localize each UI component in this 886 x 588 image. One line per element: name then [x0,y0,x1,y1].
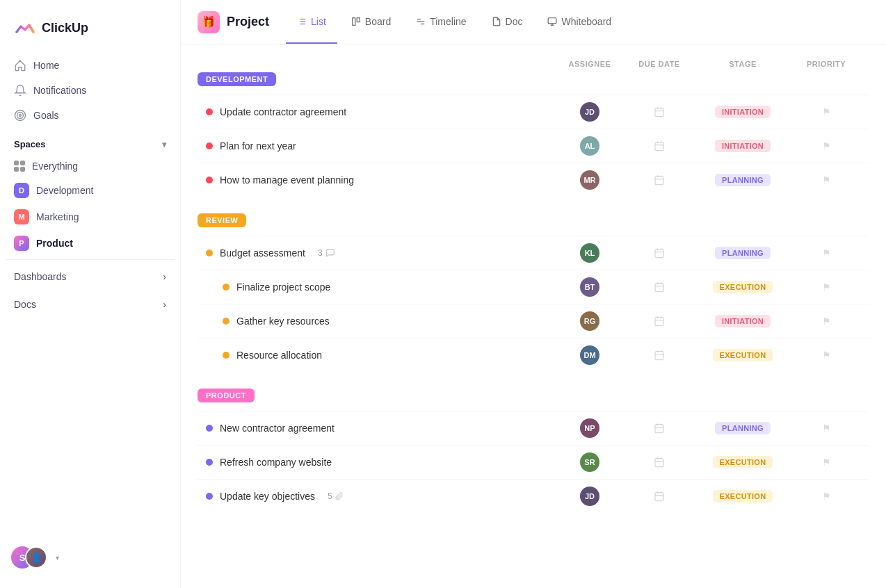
view-tabs: List Board Timeline Doc Whiteboard [286,0,622,44]
task-name: Resource allocation [236,350,322,361]
task-name: Plan for next year [220,140,296,152]
assignee-cell: BT [555,277,625,297]
task-row[interactable]: New contractor agreement NP PLANNING ⚑ [198,411,869,445]
task-name-cell: New contractor agreement [206,423,555,434]
task-dot-icon [206,459,213,466]
due-date-cell [625,316,694,327]
calendar-icon [654,316,665,327]
task-name: Gather key resources [236,316,330,327]
svg-rect-9 [353,17,355,25]
sidebar-item-development[interactable]: D Development [6,177,175,204]
tab-list[interactable]: List [286,0,337,44]
task-count-badge: 3 [318,248,335,258]
avatar: DM [580,345,599,365]
group-review-badge: REVIEW [198,213,246,227]
avatar: KL [580,243,599,263]
sidebar-item-dashboards[interactable]: Dashboards › [0,263,180,291]
home-icon [14,59,26,72]
project-icon: 🎁 [198,11,220,33]
svg-rect-21 [655,142,663,151]
group-review: REVIEW Budget assessment 3 KL PLANN [198,213,869,372]
task-name-cell: Finalize project scope [223,281,555,293]
assignee-cell: MR [555,170,625,190]
sidebar-item-everything[interactable]: Everything [6,155,175,177]
user-photo: 👤 [25,546,47,569]
sidebar-item-product[interactable]: P Product [6,230,175,256]
doc-tab-icon [492,17,501,26]
sidebar-separator [6,259,175,260]
tab-whiteboard[interactable]: Whiteboard [536,0,622,44]
tab-timeline[interactable]: Timeline [405,0,477,44]
flag-icon: ⚑ [822,247,831,259]
task-row[interactable]: How to manage event planning MR PLANNING… [198,163,869,197]
stage-cell: INITIATION [694,140,791,152]
task-name-cell: Resource allocation [223,350,555,361]
task-row[interactable]: Gather key resources RG INITIATION ⚑ [198,304,869,338]
logo-text: ClickUp [42,21,88,35]
project-title-area: 🎁 Project [198,11,269,33]
task-row[interactable]: Finalize project scope BT EXECUTION ⚑ [198,270,869,304]
assignee-cell: SR [555,452,625,472]
task-name: Budget assessment [220,247,305,259]
sidebar: ClickUp Home Notifications Goals Spaces … [0,0,181,588]
avatar: SR [580,452,599,472]
sidebar-item-notifications[interactable]: Notifications [6,78,175,103]
task-row[interactable]: Budget assessment 3 KL PLANNING ⚑ [198,236,869,270]
user-footer[interactable]: S 👤 ▾ [0,538,180,577]
task-name: New contractor agreement [220,423,335,434]
avatar: JD [580,487,599,506]
spaces-section-header[interactable]: Spaces ▾ [0,128,180,155]
task-name: How to manage event planning [220,174,354,186]
priority-cell: ⚑ [791,174,861,186]
flag-icon: ⚑ [822,423,831,434]
flag-icon: ⚑ [822,457,831,468]
group-product: PRODUCT New contractor agreement NP PLAN… [198,389,869,513]
task-row[interactable]: Refresh company website SR EXECUTION ⚑ [198,445,869,479]
stage-badge: INITIATION [715,106,771,118]
product-badge: P [14,236,29,251]
task-dot-icon [206,108,213,115]
svg-rect-45 [655,425,663,433]
due-date-cell [625,457,694,468]
assignee-cell: RG [555,311,625,331]
task-dot-icon [223,318,229,325]
sidebar-item-docs[interactable]: Docs › [0,291,180,318]
task-row[interactable]: Update contractor agreement JD INITIATIO… [198,95,869,129]
group-product-badge: PRODUCT [198,389,255,402]
tab-doc[interactable]: Doc [481,0,534,44]
task-row[interactable]: Plan for next year AL INITIATION ⚑ [198,129,869,163]
sidebar-item-home[interactable]: Home [6,53,175,78]
task-name: Finalize project scope [236,281,330,293]
svg-rect-10 [357,17,360,22]
attachment-icon [335,492,344,500]
calendar-icon [654,174,665,186]
sidebar-item-goals[interactable]: Goals [6,103,175,128]
stage-badge: INITIATION [715,140,771,152]
task-name: Update contractor agreement [220,106,346,117]
project-title: Project [227,15,269,29]
sidebar-item-marketing[interactable]: M Marketing [6,204,175,230]
task-count-badge: 5 [328,491,344,501]
stage-cell: EXECUTION [694,349,791,361]
assignee-cell: NP [555,418,625,438]
task-dot-icon [206,177,213,183]
stage-badge: EXECUTION [713,349,773,361]
tab-board[interactable]: Board [340,0,402,44]
task-row[interactable]: Resource allocation DM EXECUTION ⚑ [198,338,869,372]
svg-rect-37 [655,318,663,326]
group-development-header: DEVELOPMENT [198,72,869,86]
svg-rect-17 [655,108,663,117]
task-name-cell: Update key objectives 5 [206,491,555,502]
dashboards-label: Dashboards [14,271,67,282]
task-name-cell: How to manage event planning [206,174,555,186]
due-date-cell [625,247,694,259]
priority-cell: ⚑ [791,457,861,468]
task-dot-icon [223,352,229,359]
task-dot-icon [206,493,213,500]
task-row[interactable]: Update key objectives 5 JD EXECUTION ⚑ [198,479,869,513]
user-dropdown-arrow-icon: ▾ [56,554,59,562]
stage-cell: EXECUTION [694,456,791,468]
tab-board-label: Board [365,16,391,27]
home-label: Home [33,60,59,71]
task-name-cell: Budget assessment 3 [206,247,555,259]
